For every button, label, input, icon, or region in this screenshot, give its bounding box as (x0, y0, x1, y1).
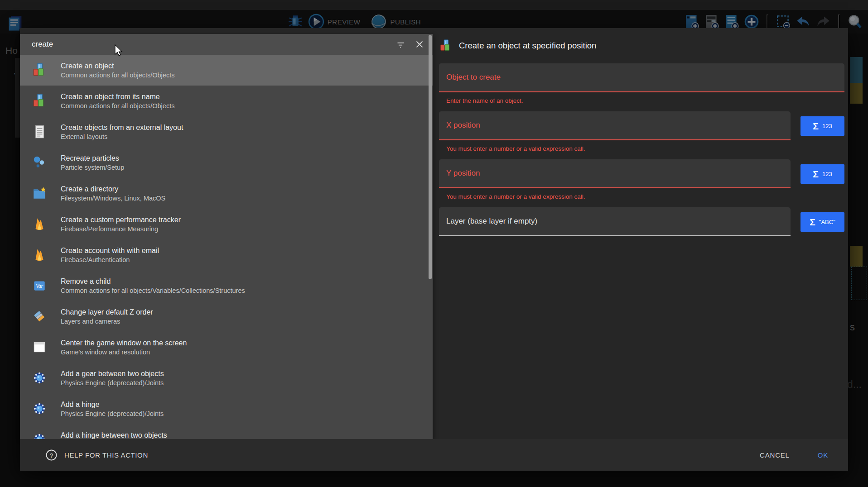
expression-builder-button[interactable]: Σ "ABC" (800, 212, 844, 232)
action-list-item[interactable]: Create a custom performance tracker Fire… (20, 209, 433, 239)
action-subtitle: Firebase/Authentication (61, 255, 159, 264)
action-icon (32, 124, 47, 139)
action-list-item[interactable]: Change layer default Z order Layers and … (20, 301, 433, 332)
action-list-item[interactable]: Remove a child Common actions for all ob… (20, 270, 433, 301)
search-header (20, 34, 433, 55)
action-search-panel: Create an object Common actions for all … (20, 34, 433, 439)
action-icon (32, 155, 47, 170)
action-text: Create account with with email Firebase/… (61, 246, 159, 264)
dialog-header: Create an object at specified position (439, 28, 844, 63)
parameter-helper-text: Enter the name of an object. (439, 97, 844, 104)
sigma-icon: Σ (813, 169, 819, 179)
action-title: Add a hinge (61, 400, 164, 409)
action-icon (32, 370, 47, 386)
search-input[interactable] (32, 40, 387, 49)
action-list-item[interactable]: Add a hinge Physics Engine (deprecated)/… (20, 393, 433, 424)
parameter-input[interactable]: Layer (base layer if empty) (439, 207, 791, 236)
app-window: PREVIEW PUBLISH Ho ▼ s d... (0, 0, 868, 487)
help-button[interactable]: HELP FOR THIS ACTION (45, 449, 148, 461)
action-list-item[interactable]: Recreate particles Particle system/Setup (20, 147, 433, 178)
dialog-footer: HELP FOR THIS ACTION CANCEL OK (20, 439, 848, 471)
expression-builder-button[interactable]: Σ 123 (800, 164, 844, 184)
parameter-label: Y position (446, 169, 480, 178)
instruction-editor-dialog: Create an object Common actions for all … (20, 28, 848, 471)
action-subtitle: Physics Engine (deprecated)/Joints (61, 378, 164, 387)
action-list-item[interactable]: Center the game window on the screen Gam… (20, 332, 433, 363)
action-icon (32, 339, 47, 355)
parameter-input[interactable]: Object to create (439, 63, 844, 92)
expression-type-label: "ABC" (819, 219, 835, 225)
dialog-title: Create an object at specified position (459, 41, 596, 51)
action-icon (32, 62, 47, 78)
close-icon (414, 38, 425, 50)
action-title: Create objects from an external layout (61, 123, 183, 132)
action-list-item[interactable]: Create an object from its name Common ac… (20, 86, 433, 116)
action-list-item[interactable]: Add a hinge between two objects Physics … (20, 424, 433, 439)
action-icon (32, 247, 47, 263)
action-icon (32, 278, 47, 293)
parameter-row: Y position Σ 123 You must enter a number… (439, 159, 844, 200)
action-subtitle: Layers and cameras (61, 317, 153, 326)
action-text: Center the game window on the screen Gam… (61, 338, 187, 357)
action-list-item[interactable]: Create a directory Filesystem/Windows, L… (20, 178, 433, 209)
action-icon (32, 432, 47, 439)
expression-type-label: 123 (822, 171, 832, 177)
action-text: Change layer default Z order Layers and … (61, 307, 153, 326)
help-question-icon (45, 449, 58, 461)
sigma-icon: Σ (810, 217, 815, 227)
action-title: Create account with with email (61, 246, 159, 255)
action-subtitle: Common actions for all objects/Objects (61, 71, 174, 80)
parameter-label: Layer (base layer if empty) (446, 217, 537, 226)
results-scrollbar[interactable] (429, 35, 432, 279)
close-search-button[interactable] (406, 38, 425, 50)
filter-button[interactable] (387, 38, 406, 50)
expression-type-label: 123 (822, 123, 832, 129)
footer-actions: CANCEL OK (760, 451, 828, 459)
action-icon (32, 93, 47, 109)
action-text: Remove a child Common actions for all ob… (61, 277, 245, 295)
action-text: Recreate particles Particle system/Setup (61, 153, 124, 172)
action-title: Create an object (61, 61, 174, 71)
action-icon (32, 401, 47, 416)
action-text: Add a hinge Physics Engine (deprecated)/… (61, 400, 164, 418)
cancel-button[interactable]: CANCEL (760, 451, 790, 459)
parameter-row: X position Σ 123 You must enter a number… (439, 111, 844, 152)
action-results-list: Create an object Common actions for all … (20, 55, 433, 439)
parameter-input[interactable]: Y position (439, 159, 791, 188)
action-title: Create a custom performance tracker (61, 215, 181, 224)
action-text: Add a gear between two objects Physics E… (61, 369, 164, 387)
sigma-icon: Σ (813, 121, 819, 131)
action-title: Remove a child (61, 277, 245, 286)
action-list-item[interactable]: Create objects from an external layout E… (20, 116, 433, 147)
action-icon (32, 216, 47, 232)
action-subtitle: External layouts (61, 132, 183, 141)
action-list-item[interactable]: Add a gear between two objects Physics E… (20, 363, 433, 393)
parameter-input[interactable]: X position (439, 111, 791, 140)
parameter-helper-text: You must enter a number or a valid expre… (439, 193, 844, 200)
action-text: Create an object Common actions for all … (61, 61, 174, 80)
expression-builder-button[interactable]: Σ 123 (800, 116, 844, 136)
action-list-item[interactable]: Create an object Common actions for all … (20, 55, 433, 86)
objects-cubes-icon (439, 39, 453, 53)
action-title: Add a gear between two objects (61, 369, 164, 378)
action-subtitle: Common actions for all objects/Variables… (61, 286, 245, 295)
action-title: Center the game window on the screen (61, 338, 187, 348)
action-parameters-panel: Create an object at specified position O… (433, 28, 848, 439)
action-icon (32, 309, 47, 324)
action-subtitle: Particle system/Setup (61, 163, 124, 172)
action-subtitle: Physics Engine (deprecated)/Joints (61, 409, 164, 418)
action-text: Add a hinge between two objects Physics … (61, 430, 167, 439)
ok-button[interactable]: OK (818, 451, 828, 459)
parameter-label: Object to create (446, 73, 501, 82)
parameter-label: X position (446, 121, 480, 130)
action-title: Add a hinge between two objects (61, 430, 167, 439)
menu-bar (0, 0, 868, 10)
action-subtitle: Firebase/Performance Measuring (61, 224, 181, 234)
action-list-item[interactable]: Create account with with email Firebase/… (20, 239, 433, 270)
action-title: Change layer default Z order (61, 307, 153, 317)
action-text: Create a custom performance tracker Fire… (61, 215, 181, 234)
parameter-row: Object to create Σ Enter the name of an … (439, 63, 844, 104)
help-label: HELP FOR THIS ACTION (64, 451, 148, 459)
action-title: Recreate particles (61, 153, 124, 163)
action-icon (32, 186, 47, 201)
